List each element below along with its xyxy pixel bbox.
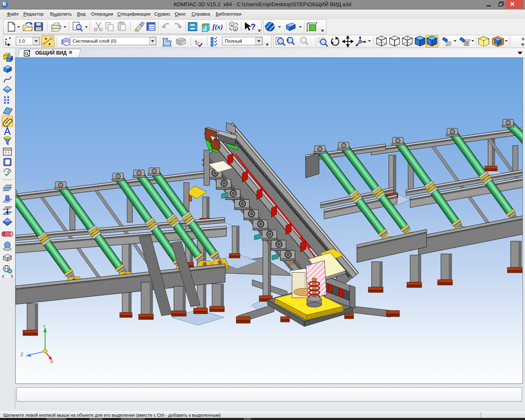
svg-text:Системный слой (0): Системный слой (0) xyxy=(73,39,116,43)
svg-text:1: 1 xyxy=(231,23,233,27)
svg-text:Полный: Полный xyxy=(225,39,242,43)
svg-text:?: ? xyxy=(202,22,206,30)
svg-text:1.0: 1.0 xyxy=(18,39,25,43)
svg-text:?: ? xyxy=(251,22,256,31)
svg-text:f(x): f(x) xyxy=(212,23,223,31)
svg-text:2: 2 xyxy=(235,27,237,31)
